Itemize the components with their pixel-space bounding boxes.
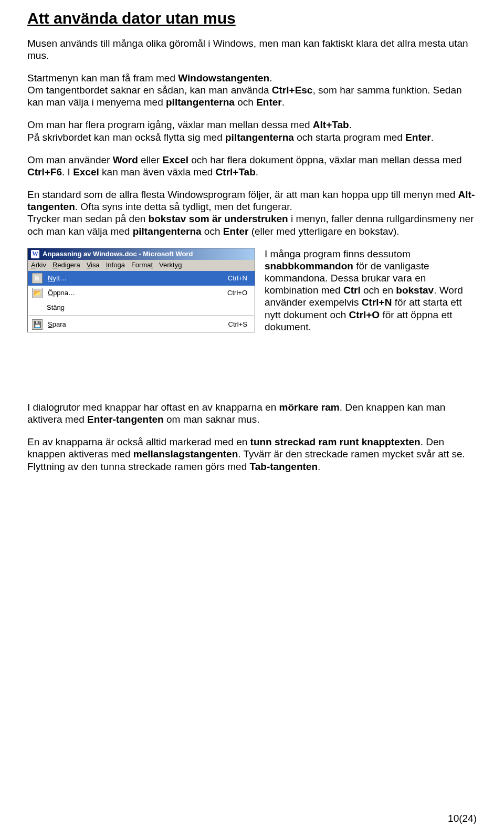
window-titlebar: W Anpassning av Windows.doc - Microsoft … (28, 248, 255, 260)
new-doc-icon: 🗎 (32, 273, 43, 284)
menu-infoga[interactable]: Infoga (106, 261, 125, 269)
spacer (27, 354, 477, 401)
save-disk-icon: 💾 (32, 319, 43, 330)
paragraph: Om man har flera program igång, växlar m… (27, 119, 477, 131)
menu-item-close[interactable]: Stäng (28, 300, 255, 315)
menu-item-new[interactable]: 🗎 Nytt… Ctrl+N (28, 271, 255, 286)
paragraph: I dialogrutor med knappar har oftast en … (27, 401, 477, 425)
menu-item-save[interactable]: 💾 Spara Ctrl+S (28, 317, 255, 332)
blank-icon (32, 303, 41, 312)
menu-verktyg[interactable]: Verktyg (159, 261, 182, 269)
dropdown-menu: 🗎 Nytt… Ctrl+N 📂 Öppna… Ctrl+O Stäng 💾 (28, 270, 255, 332)
paragraph: Musen används till många olika göromål i… (27, 37, 477, 61)
paragraph: En av knapparna är också alltid markerad… (27, 436, 477, 473)
document-page: Att använda dator utan mus Musen används… (0, 0, 504, 837)
menu-format[interactable]: Format (131, 261, 153, 269)
paragraph: En standard som de allra flesta Windowsp… (27, 189, 477, 213)
menu-arkiv[interactable]: Arkiv (31, 261, 46, 269)
paragraph: Om man använder Word eller Excel och har… (27, 154, 477, 178)
word-screenshot: W Anpassning av Windows.doc - Microsoft … (27, 248, 255, 332)
word-app-icon: W (31, 250, 39, 258)
paragraph: Om tangentbordet saknar en sådan, kan ma… (27, 84, 477, 108)
menu-separator (29, 316, 254, 317)
paragraph: På skrivbordet kan man också flytta sig … (27, 131, 477, 143)
paragraph: Startmenyn kan man få fram med Windowsta… (27, 72, 477, 84)
open-folder-icon: 📂 (32, 288, 43, 298)
figure-row: W Anpassning av Windows.doc - Microsoft … (27, 248, 477, 343)
window-title-text: Anpassning av Windows.doc - Microsoft Wo… (43, 250, 193, 258)
menubar: Arkiv Redigera Visa Infoga Format Verkty… (28, 260, 255, 270)
menu-visa[interactable]: Visa (87, 261, 100, 269)
page-number: 10(24) (448, 813, 477, 824)
paragraph: I många program finns dessutom snabbkomm… (265, 248, 477, 333)
paragraph: Trycker man sedan på den bokstav som är … (27, 213, 477, 237)
menu-redigera[interactable]: Redigera (52, 261, 80, 269)
page-title: Att använda dator utan mus (27, 9, 477, 28)
figure-caption: I många program finns dessutom snabbkomm… (265, 248, 477, 343)
menu-item-open[interactable]: 📂 Öppna… Ctrl+O (28, 286, 255, 300)
